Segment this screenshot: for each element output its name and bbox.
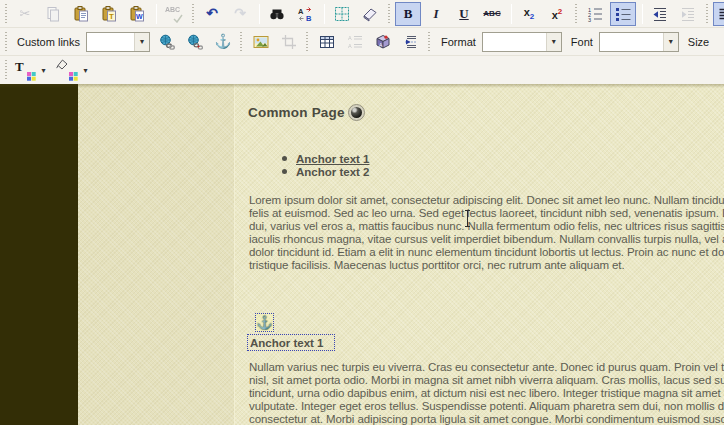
superscript-button[interactable]: x2 [544, 2, 570, 26]
chevron-down-icon[interactable]: ▾ [37, 59, 49, 81]
svg-text:3: 3 [588, 16, 591, 22]
underline-button[interactable]: U [451, 2, 477, 26]
text-cursor-pointer [464, 210, 472, 227]
page-options-orb-icon[interactable] [348, 104, 365, 121]
toolbar-grip[interactable] [190, 4, 195, 24]
toolbar-row-2: Custom links ▾ ⚓ AA A [0, 28, 724, 56]
outdent-icon [652, 6, 668, 22]
text-line: nisl, sit amet porta odio. Morbi in magn… [249, 374, 724, 387]
unlink-icon [187, 34, 203, 50]
page-dark-sidebar [0, 84, 78, 425]
indent-button[interactable] [675, 2, 701, 26]
format-select[interactable]: ▾ [482, 32, 562, 52]
link-button[interactable] [154, 30, 180, 54]
crop-button[interactable] [276, 30, 302, 54]
editor-canvas[interactable]: Common Page Anchor text 1 Anchor text 2 … [0, 84, 724, 425]
chevron-down-icon[interactable]: ▾ [663, 33, 678, 51]
toolbar-separator [156, 4, 157, 24]
select-all-button[interactable] [329, 2, 355, 26]
chevron-down-icon[interactable]: ▾ [134, 33, 149, 51]
find-button[interactable] [264, 2, 290, 26]
toolbar-grip[interactable] [704, 4, 709, 24]
unlink-button[interactable] [182, 30, 208, 54]
toolbar-grip[interactable] [427, 32, 432, 52]
strikethrough-button[interactable]: ABC [479, 2, 505, 26]
text-color-button[interactable]: T ▾ [12, 58, 50, 82]
insert-table-button[interactable] [314, 30, 340, 54]
superscript-icon: x2 [552, 7, 563, 21]
cube-icon: A [375, 34, 391, 50]
svg-text:T: T [109, 12, 114, 21]
toolbar-row-1: ✂ T W ABC ↶ ↷ [0, 0, 724, 28]
image-icon [253, 34, 269, 50]
toolbar-separator [324, 4, 325, 24]
anchor-link-list: Anchor text 1 Anchor text 2 [282, 152, 370, 178]
text-line: Nullam varius nec turpis eu viverra. Cra… [249, 361, 724, 374]
text-line: vulputate. Integer eget eros tellus. Sus… [249, 400, 724, 413]
bold-icon: B [404, 7, 413, 20]
copy-button[interactable] [40, 2, 66, 26]
toolbar-grip[interactable] [239, 32, 244, 52]
replace-button[interactable]: AB [292, 2, 318, 26]
anchor-link-2[interactable]: Anchor text 2 [296, 166, 370, 178]
redo-button[interactable]: ↷ [227, 2, 253, 26]
undo-button[interactable]: ↶ [199, 2, 225, 26]
page-break-button[interactable] [398, 30, 424, 54]
custom-links-label: Custom links [17, 36, 80, 48]
list-item[interactable]: Anchor text 1 [282, 152, 370, 165]
toolbar-grip[interactable] [3, 4, 8, 24]
select-all-icon [334, 6, 350, 22]
font-select[interactable]: ▾ [599, 32, 679, 52]
paste-word-button[interactable]: W [124, 2, 150, 26]
chevron-down-icon[interactable]: ▾ [546, 33, 561, 51]
text-line: tincidunt, urna odio dapibus enim, at di… [249, 387, 724, 400]
toolbar-grip[interactable] [386, 4, 391, 24]
text-color-icon: T [13, 59, 37, 81]
editor-toolbar: ✂ T W ABC ↶ ↷ [0, 0, 724, 84]
anchor-button[interactable]: ⚓ [210, 30, 236, 54]
binoculars-icon [269, 6, 285, 22]
spellcheck-button[interactable]: ABC [161, 2, 187, 26]
undo-icon: ↶ [206, 7, 218, 20]
bullet-list-button[interactable] [610, 2, 636, 26]
bold-button[interactable]: B [395, 2, 421, 26]
custom-links-select[interactable]: ▾ [86, 32, 150, 52]
replace-icon: AB [297, 6, 313, 22]
toolbar-grip[interactable] [305, 32, 310, 52]
paste-icon [73, 6, 89, 22]
toolbar-grip[interactable] [3, 60, 8, 80]
align-left-button[interactable] [713, 2, 724, 26]
numbered-list-button[interactable]: 123 [582, 2, 608, 26]
paragraph-2[interactable]: Nullam varius nec turpis eu viverra. Cra… [249, 361, 724, 425]
italic-button[interactable]: I [423, 2, 449, 26]
anchor-marker[interactable]: ⚓ [255, 313, 274, 332]
cut-button[interactable]: ✂ [12, 2, 38, 26]
link-icon [159, 34, 175, 50]
toolbar-grip[interactable] [573, 4, 578, 24]
svg-text:A: A [348, 35, 352, 41]
paint-bucket-icon [55, 59, 79, 81]
chevron-down-icon[interactable]: ▾ [79, 59, 91, 81]
highlight-color-button[interactable]: ▾ [54, 58, 92, 82]
paste-button[interactable] [68, 2, 94, 26]
toolbar-grip[interactable] [3, 32, 8, 52]
paste-text-button[interactable]: T [96, 2, 122, 26]
remove-format-button[interactable] [357, 2, 383, 26]
text-line: tristique facilisis. Maecenas luctus por… [249, 259, 724, 272]
anchor-heading[interactable]: Anchor text 1 [247, 334, 335, 351]
eraser-icon [362, 6, 378, 22]
outdent-button[interactable] [647, 2, 673, 26]
anchor-heading-label: Anchor text 1 [248, 337, 324, 349]
subscript-button[interactable]: x2 [516, 2, 542, 26]
templates-button[interactable]: AA [342, 30, 368, 54]
page-left-margin [78, 84, 234, 425]
anchor-link-1[interactable]: Anchor text 1 [296, 153, 370, 165]
svg-text:A: A [298, 7, 304, 16]
scissors-icon: ✂ [20, 7, 31, 20]
list-item[interactable]: Anchor text 2 [282, 165, 370, 178]
special-character-button[interactable]: A [370, 30, 396, 54]
crop-icon [281, 34, 297, 50]
anchor-icon: ⚓ [214, 35, 231, 48]
insert-image-button[interactable] [248, 30, 274, 54]
paragraph-1[interactable]: Lorem ipsum dolor sit amet, consectetur … [249, 194, 724, 272]
